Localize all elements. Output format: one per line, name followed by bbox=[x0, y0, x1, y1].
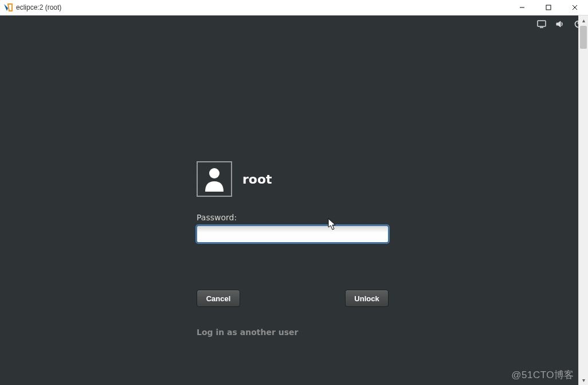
login-panel: root Password: Cancel Unlock Log in as a… bbox=[197, 161, 391, 337]
watermark-text: @51CTO博客 bbox=[511, 368, 574, 382]
scroll-up-icon[interactable]: ▴ bbox=[579, 15, 588, 25]
minimize-button[interactable] bbox=[509, 0, 535, 15]
svg-point-3 bbox=[209, 168, 219, 178]
cancel-button[interactable]: Cancel bbox=[197, 290, 240, 307]
user-row: root bbox=[197, 161, 391, 197]
window-scrollbar[interactable]: ▴ ▾ bbox=[578, 15, 588, 385]
close-button[interactable] bbox=[562, 0, 588, 15]
vnc-logo-icon bbox=[3, 3, 13, 12]
display-icon[interactable] bbox=[536, 19, 547, 29]
volume-icon[interactable] bbox=[555, 19, 565, 29]
avatar-icon bbox=[197, 161, 232, 197]
password-label: Password: bbox=[197, 213, 391, 222]
window-titlebar: eclipce:2 (root) bbox=[0, 0, 588, 15]
scroll-thumb[interactable] bbox=[580, 26, 587, 49]
remote-desktop: root Password: Cancel Unlock Log in as a… bbox=[0, 15, 588, 385]
svg-rect-1 bbox=[538, 21, 546, 26]
scroll-down-icon[interactable]: ▾ bbox=[579, 375, 588, 385]
unlock-button[interactable]: Unlock bbox=[345, 290, 389, 307]
username-label: root bbox=[242, 172, 272, 186]
svg-rect-0 bbox=[546, 5, 551, 10]
maximize-button[interactable] bbox=[535, 0, 562, 15]
password-input[interactable] bbox=[197, 225, 389, 243]
system-tray bbox=[536, 19, 583, 29]
window-title: eclipce:2 (root) bbox=[16, 3, 61, 11]
other-user-link[interactable]: Log in as another user bbox=[197, 328, 391, 337]
